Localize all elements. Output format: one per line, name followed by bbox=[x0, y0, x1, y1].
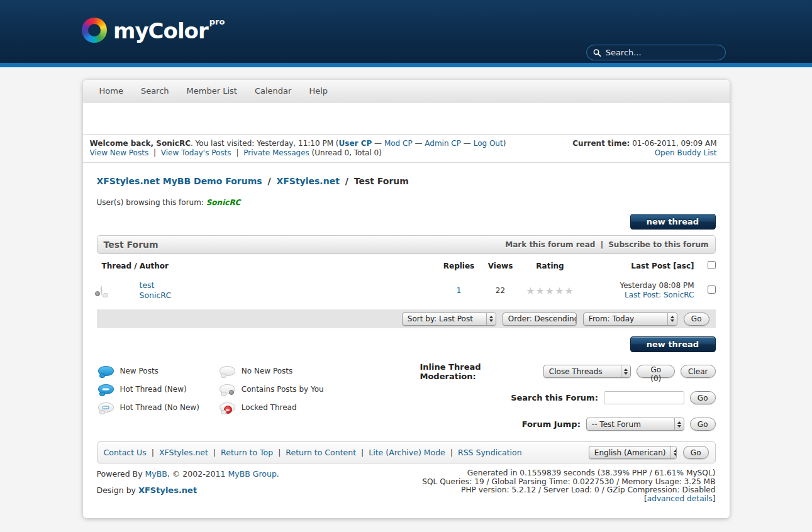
mod-cp-link[interactable]: Mod CP bbox=[384, 139, 413, 148]
forum-jump-go-button[interactable]: Go bbox=[690, 418, 716, 431]
forum-jump-label: Forum Jump: bbox=[522, 419, 581, 429]
thread-title-link[interactable]: test bbox=[140, 280, 155, 290]
browsing-user-link[interactable]: SonicRC bbox=[206, 198, 241, 207]
new-thread-button-bottom[interactable]: new thread bbox=[630, 336, 716, 352]
thread-rating[interactable]: ★★★★★ bbox=[521, 285, 580, 297]
sort-go-button[interactable]: Go bbox=[684, 313, 709, 326]
footer-bar: Contact Us | XFStyles.net | Return to To… bbox=[97, 441, 716, 463]
forum-table-header: Test Forum Mark this forum read | Subscr… bbox=[97, 235, 716, 254]
rss-syndication-link[interactable]: RSS Syndication bbox=[458, 448, 522, 457]
forum-jump-value: -- Test Forum bbox=[587, 420, 674, 429]
select-stepper-icon bbox=[674, 418, 684, 430]
breadcrumb-current: Test Forum bbox=[354, 176, 409, 186]
column-last-post-sort[interactable]: Last Post [asc] bbox=[580, 262, 694, 270]
logo-pro-sup: pro bbox=[209, 17, 225, 26]
thread-select-checkbox[interactable] bbox=[708, 285, 716, 294]
order-select[interactable]: Order: Descending bbox=[503, 313, 577, 326]
mybb-group-link[interactable]: MyBB Group bbox=[228, 469, 276, 479]
thread-author-link[interactable]: SonicRC bbox=[140, 291, 172, 300]
column-views: Views bbox=[481, 262, 521, 270]
view-new-posts-link[interactable]: View New Posts bbox=[90, 148, 149, 157]
nav-item-home[interactable]: Home bbox=[91, 86, 132, 96]
design-prefix: Design by bbox=[97, 485, 138, 495]
contact-us-link[interactable]: Contact Us bbox=[104, 448, 147, 457]
hot-thread-new-icon bbox=[98, 384, 114, 394]
advanced-details-link[interactable]: advanced details bbox=[647, 494, 713, 503]
language-select[interactable]: English (American) bbox=[589, 446, 677, 459]
mybb-link[interactable]: MyBB bbox=[145, 469, 167, 479]
nav-item-calendar[interactable]: Calendar bbox=[246, 86, 300, 96]
return-to-content-link[interactable]: Return to Content bbox=[286, 448, 356, 457]
breadcrumb-category-link[interactable]: XFStyles.net bbox=[276, 176, 339, 186]
welcome-line2: View New Posts | View Today's Posts | Pr… bbox=[90, 148, 506, 158]
lite-archive-mode-link[interactable]: Lite (Archive) Mode bbox=[369, 448, 445, 457]
design-by-line: Design by XFStyles.net bbox=[97, 485, 279, 496]
separator: | bbox=[361, 448, 364, 457]
nav-item-help[interactable]: Help bbox=[300, 86, 336, 96]
moderation-clear-button[interactable]: Clear bbox=[681, 365, 715, 378]
admin-cp-link[interactable]: Admin CP bbox=[425, 139, 461, 148]
language-switcher: English (American) Go bbox=[589, 446, 709, 459]
view-todays-posts-link[interactable]: View Today's Posts bbox=[161, 148, 231, 157]
order-value: Order: Descending bbox=[503, 314, 577, 323]
legend-item: Contains Posts by You bbox=[220, 383, 324, 396]
select-stepper-icon bbox=[667, 313, 677, 325]
powered-mid: , © 2002-2011 bbox=[167, 469, 228, 479]
breadcrumb-root-link[interactable]: XFStyles.net MyBB Demo Forums bbox=[97, 176, 262, 186]
column-replies: Replies bbox=[438, 262, 481, 270]
subscribe-forum-link[interactable]: Subscribe to this forum bbox=[608, 240, 708, 249]
legend-item: Hot Thread (No New) bbox=[98, 401, 199, 414]
mark-forum-read-link[interactable]: Mark this forum read bbox=[505, 240, 595, 249]
user-cp-link[interactable]: User CP bbox=[339, 139, 372, 148]
language-go-button[interactable]: Go bbox=[683, 446, 709, 459]
last-post-user-link[interactable]: SonicRC bbox=[661, 291, 694, 299]
inline-moderation-label: Inline Thread Moderation: bbox=[420, 362, 538, 381]
return-to-top-link[interactable]: Return to Top bbox=[221, 448, 273, 457]
welcome-visited: . You last visited: Yesterday, 11:10 PM … bbox=[191, 139, 339, 148]
unread-count: (Unread 0, Total 0) bbox=[312, 148, 382, 157]
log-out-link[interactable]: Log Out bbox=[474, 139, 503, 148]
last-post-label-link[interactable]: Last Post: bbox=[625, 291, 661, 299]
site-logo[interactable]: myColorpro bbox=[82, 17, 225, 43]
legend-label: Hot Thread (No New) bbox=[120, 403, 199, 412]
forum-search-input[interactable] bbox=[604, 391, 684, 404]
sort-by-select[interactable]: Sort by: Last Post bbox=[402, 313, 496, 326]
powered-by-line: Powered By MyBB, © 2002-2011 MyBB Group. bbox=[97, 469, 279, 479]
legend-label: Contains Posts by You bbox=[242, 385, 324, 394]
xfstyles-link[interactable]: XFStyles.net bbox=[159, 448, 208, 457]
private-messages-link[interactable]: Private Messages bbox=[243, 148, 309, 157]
legend-and-controls: New Posts Hot Thread (New) Hot Thread (N… bbox=[97, 365, 716, 431]
separator: | bbox=[213, 448, 216, 457]
star-icon: ★ bbox=[555, 285, 564, 297]
hot-thread-no-new-icon bbox=[98, 402, 114, 413]
main-content: XFStyles.net MyBB Demo Forums / XFStyles… bbox=[83, 176, 730, 518]
inline-moderation-row: Inline Thread Moderation: Close Threads … bbox=[420, 365, 716, 378]
column-rating: Rating bbox=[521, 262, 580, 270]
from-select[interactable]: From: Today bbox=[583, 313, 677, 326]
nav-item-member-list[interactable]: Member List bbox=[178, 86, 246, 96]
legend-item: New Posts bbox=[98, 365, 199, 377]
star-icon: ★ bbox=[565, 285, 574, 297]
forum-search-go-button[interactable]: Go bbox=[690, 391, 716, 404]
select-all-checkbox[interactable] bbox=[708, 261, 716, 269]
dot: . bbox=[277, 469, 279, 479]
browsing-line: User(s) browsing this forum: SonicRC bbox=[97, 198, 716, 207]
design-xfstyles-link[interactable]: XFStyles.net bbox=[138, 485, 197, 495]
select-stepper-icon bbox=[670, 446, 676, 458]
stats-line: Generated in 0.1559839 seconds (38.39% P… bbox=[422, 469, 715, 478]
separator: — bbox=[374, 139, 382, 148]
open-buddy-list-link[interactable]: Open Buddy List bbox=[655, 148, 717, 157]
generation-stats: Generated in 0.1559839 seconds (38.39% P… bbox=[422, 469, 715, 503]
forum-jump-select[interactable]: -- Test Forum bbox=[586, 418, 684, 431]
welcome-left: Welcome back, SonicRC. You last visited:… bbox=[90, 139, 506, 158]
new-thread-button-top[interactable]: new thread bbox=[630, 214, 716, 230]
site-search[interactable] bbox=[586, 45, 726, 60]
thread-replies-link[interactable]: 1 bbox=[457, 286, 462, 295]
legend-item: Hot Thread (New) bbox=[98, 383, 199, 396]
forum-jump-row: Forum Jump: -- Test Forum Go bbox=[420, 418, 716, 431]
search-input[interactable] bbox=[606, 48, 719, 57]
moderation-go-button[interactable]: Go (0) bbox=[637, 365, 675, 378]
legend-label: New Posts bbox=[120, 367, 159, 375]
nav-item-search[interactable]: Search bbox=[132, 86, 178, 96]
moderation-select[interactable]: Close Threads bbox=[543, 365, 631, 378]
